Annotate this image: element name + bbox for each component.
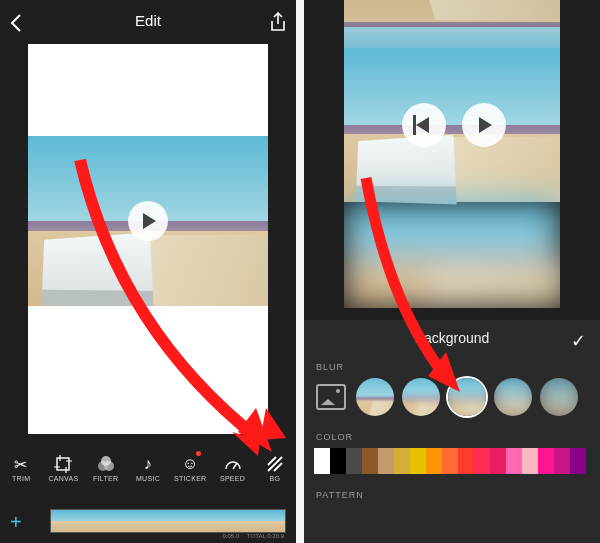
color-swatch-1[interactable]	[330, 448, 346, 474]
crop-icon	[42, 453, 84, 475]
hatch-icon	[254, 453, 296, 475]
background-panel: Background ✓ BLUR COLOR PATTERN	[304, 320, 600, 543]
pick-image-button[interactable]	[316, 384, 346, 410]
blur-option-4[interactable]	[540, 378, 578, 416]
section-color-label: COLOR	[316, 432, 600, 442]
color-swatch-13[interactable]	[522, 448, 538, 474]
tool-speed[interactable]: SPEED	[211, 453, 253, 503]
svg-rect-0	[57, 458, 69, 470]
screen-edit: Edit ✂ TRIM CANVAS FILTER ♪ MUSIC ☺	[0, 0, 296, 543]
panel-title: Background	[304, 320, 600, 346]
color-swatch-5[interactable]	[394, 448, 410, 474]
tool-bg[interactable]: BG	[254, 453, 296, 503]
blur-option-0[interactable]	[356, 378, 394, 416]
color-swatch-3[interactable]	[362, 448, 378, 474]
tool-filter[interactable]: FILTER	[85, 453, 127, 503]
smiley-icon: ☺	[169, 453, 211, 475]
color-swatch-8[interactable]	[442, 448, 458, 474]
color-swatch-7[interactable]	[426, 448, 442, 474]
overlap-icon	[85, 453, 127, 475]
gauge-icon	[211, 453, 253, 475]
timeline-labels: 0:05.0TOTAL 0:20.9	[214, 533, 284, 539]
confirm-button[interactable]: ✓	[571, 330, 586, 352]
clip-strip[interactable]	[50, 509, 286, 533]
prev-clip-button[interactable]	[402, 103, 446, 147]
page-title: Edit	[0, 12, 296, 29]
share-button[interactable]	[270, 12, 286, 36]
section-pattern-label: PATTERN	[316, 490, 600, 500]
scissors-icon: ✂	[0, 453, 42, 475]
mirror-bottom	[344, 202, 560, 308]
play-button[interactable]	[462, 103, 506, 147]
tool-sticker[interactable]: ☺ STICKER	[169, 453, 211, 503]
tool-music[interactable]: ♪ MUSIC	[127, 453, 169, 503]
svg-point-3	[101, 456, 111, 466]
color-swatches	[314, 448, 600, 474]
play-button[interactable]	[128, 201, 168, 241]
color-swatch-12[interactable]	[506, 448, 522, 474]
color-swatch-9[interactable]	[458, 448, 474, 474]
color-swatch-10[interactable]	[474, 448, 490, 474]
blur-row	[314, 378, 600, 416]
video-frame	[344, 48, 560, 202]
video-preview-bg	[344, 0, 560, 308]
top-bar: Edit	[0, 0, 296, 44]
color-swatch-4[interactable]	[378, 448, 394, 474]
color-swatch-16[interactable]	[570, 448, 586, 474]
video-frame	[28, 136, 268, 306]
color-swatch-14[interactable]	[538, 448, 554, 474]
section-blur-label: BLUR	[316, 362, 600, 372]
tool-bar: ✂ TRIM CANVAS FILTER ♪ MUSIC ☺ STICKER S…	[0, 453, 296, 503]
blur-option-2[interactable]	[448, 378, 486, 416]
color-swatch-0[interactable]	[314, 448, 330, 474]
color-swatch-15[interactable]	[554, 448, 570, 474]
color-swatch-11[interactable]	[490, 448, 506, 474]
blur-option-1[interactable]	[402, 378, 440, 416]
tool-trim[interactable]: ✂ TRIM	[0, 453, 42, 503]
blur-option-3[interactable]	[494, 378, 532, 416]
note-icon: ♪	[127, 453, 169, 475]
color-swatch-2[interactable]	[346, 448, 362, 474]
screen-background: Background ✓ BLUR COLOR PATTERN	[304, 0, 600, 543]
video-preview	[28, 44, 268, 434]
tool-canvas[interactable]: CANVAS	[42, 453, 84, 503]
timeline: + 0:05.0TOTAL 0:20.9	[0, 503, 296, 543]
color-swatch-6[interactable]	[410, 448, 426, 474]
add-clip-button[interactable]: +	[10, 511, 22, 534]
